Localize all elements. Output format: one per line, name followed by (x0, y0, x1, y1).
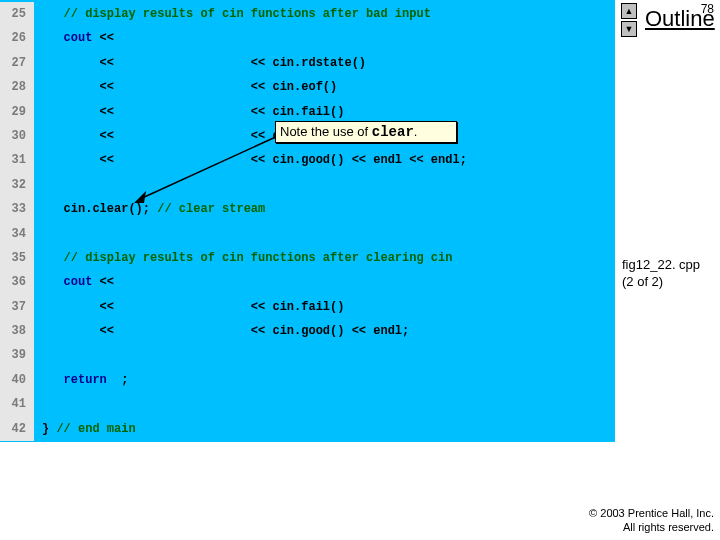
code-line-40: 40 return ; (0, 368, 615, 392)
code-text: << cin.fail() (121, 105, 344, 119)
slide-page: 25 // display results of cin functions a… (0, 0, 720, 540)
code-line-34: 34 (0, 222, 615, 246)
lineno: 30 (0, 124, 34, 148)
callout-prefix: Note the use of (280, 124, 372, 139)
copyright-line: © 2003 Prentice Hall, Inc. (589, 506, 714, 520)
code-text: << (42, 300, 121, 314)
lineno: 25 (0, 2, 34, 26)
keyword: cout (42, 31, 92, 45)
comment: // display results of cin functions afte… (42, 251, 452, 265)
code-line-38: 38 << << cin.good() << endl; (0, 319, 615, 343)
lineno: 42 (0, 417, 34, 441)
caption-filename: fig12_22. cpp (622, 256, 700, 273)
scroll-down-button[interactable]: ▼ (621, 21, 637, 37)
callout-suffix: . (414, 124, 418, 139)
code-text: << cin.eof() (121, 80, 337, 94)
keyword: return (42, 373, 107, 387)
code-text: << cin.rdstate() (121, 56, 366, 70)
code-line-33: 33 cin.clear(); // clear stream (0, 197, 615, 221)
copyright-line: All rights reserved. (589, 520, 714, 534)
code-line-32: 32 (0, 173, 615, 197)
code-text: << (42, 80, 121, 94)
comment: // clear stream (157, 202, 265, 216)
lineno: 32 (0, 173, 34, 197)
code-line-31: 31 << << cin.good() << endl << endl; (0, 148, 615, 172)
lineno: 27 (0, 51, 34, 75)
keyword: cout (42, 275, 92, 289)
figure-caption: fig12_22. cpp (2 of 2) (622, 256, 700, 290)
triangle-up-icon: ▲ (625, 6, 634, 16)
lineno: 41 (0, 392, 34, 416)
lineno: 36 (0, 270, 34, 294)
lineno: 37 (0, 295, 34, 319)
callout-keyword: clear (372, 124, 414, 140)
triangle-down-icon: ▼ (625, 24, 634, 34)
lineno: 26 (0, 26, 34, 50)
lineno: 33 (0, 197, 34, 221)
code-line-41: 41 (0, 392, 615, 416)
lineno: 31 (0, 148, 34, 172)
code-text: << cin.good() << endl << endl; (121, 153, 467, 167)
code-text: cin.clear(); (42, 202, 157, 216)
code-line-39: 39 (0, 343, 615, 367)
lineno: 28 (0, 75, 34, 99)
comment: // display results of cin functions afte… (42, 7, 431, 21)
code-text: } (42, 422, 56, 436)
code-line-42: 42} // end main (0, 417, 615, 441)
code-viewer: 25 // display results of cin functions a… (0, 0, 615, 442)
lineno: 40 (0, 368, 34, 392)
copyright-notice: © 2003 Prentice Hall, Inc. All rights re… (589, 506, 714, 534)
code-line-26: 26 cout << (0, 26, 615, 50)
code-text: << (92, 31, 121, 45)
lineno: 39 (0, 343, 34, 367)
code-line-28: 28 << << cin.eof() (0, 75, 615, 99)
code-text: << (42, 324, 121, 338)
code-line-37: 37 << << cin.fail() (0, 295, 615, 319)
code-text: << (42, 56, 121, 70)
lineno: 38 (0, 319, 34, 343)
scroll-up-button[interactable]: ▲ (621, 3, 637, 19)
callout-note: Note the use of clear. (275, 121, 457, 143)
code-line-36: 36 cout << (0, 270, 615, 294)
lineno: 35 (0, 246, 34, 270)
code-text: << (92, 275, 121, 289)
code-text: << (42, 129, 121, 143)
code-line-35: 35 // display results of cin functions a… (0, 246, 615, 270)
code-text: << (42, 153, 121, 167)
code-text: << cin.fail() (121, 300, 344, 314)
slide-number: 78 (701, 2, 714, 16)
caption-part: (2 of 2) (622, 273, 700, 290)
code-line-27: 27 << << cin.rdstate() (0, 51, 615, 75)
code-text: ; (107, 373, 129, 387)
lineno: 34 (0, 222, 34, 246)
lineno: 29 (0, 100, 34, 124)
code-text: << (42, 105, 121, 119)
comment: // end main (56, 422, 135, 436)
code-text: << cin.good() << endl; (121, 324, 409, 338)
code-line-25: 25 // display results of cin functions a… (0, 2, 615, 26)
